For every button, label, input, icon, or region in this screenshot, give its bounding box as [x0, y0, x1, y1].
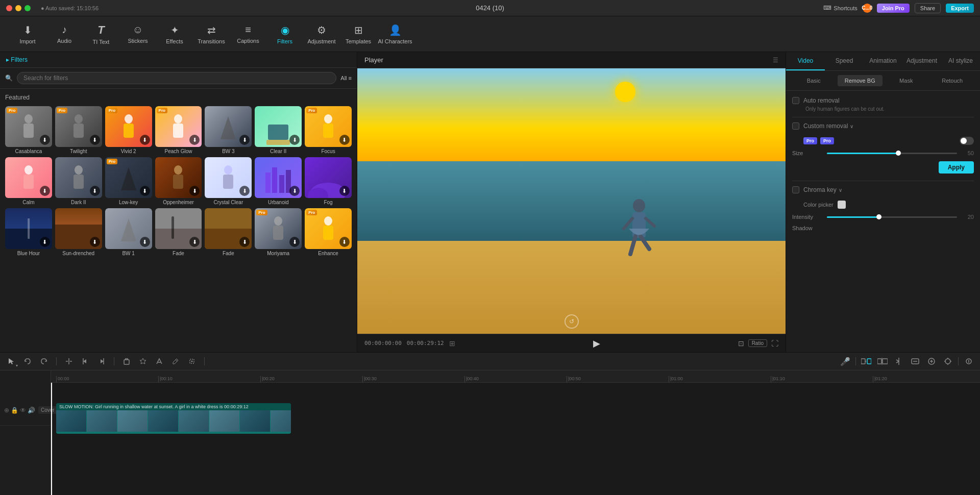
download-icon[interactable]: ⬇ — [90, 186, 100, 196]
subtab-mask[interactable]: Mask — [884, 75, 929, 86]
download-icon[interactable]: ⬇ — [90, 237, 100, 247]
apply-button[interactable]: Apply — [939, 161, 974, 174]
track-audio-icon[interactable]: 🔊 — [28, 407, 35, 414]
tl-split-tool[interactable] — [63, 355, 75, 367]
minimize-button[interactable] — [15, 5, 21, 11]
tool-stickers[interactable]: ☺ Stickers — [120, 19, 155, 50]
tl-trim-right-tool[interactable] — [95, 355, 108, 367]
player-menu-icon[interactable]: ☰ — [773, 57, 778, 64]
tl-crop-tool[interactable] — [186, 355, 198, 367]
subtab-remove-bg[interactable]: Remove BG — [838, 75, 883, 86]
tl-detach-audio-tool[interactable] — [860, 355, 872, 367]
size-slider[interactable] — [827, 153, 957, 154]
play-button[interactable]: ▶ — [593, 338, 600, 349]
shortcuts-button[interactable]: ⌨ Shortcuts — [823, 5, 857, 11]
download-icon[interactable]: ⬇ — [339, 135, 350, 145]
tool-effects[interactable]: ✦ Effects — [157, 19, 192, 50]
chroma-key-checkbox[interactable] — [792, 186, 799, 193]
tl-add-tool[interactable] — [925, 355, 938, 367]
filter-card-casablanca[interactable]: Pro ⬇ Casablanca — [5, 106, 52, 154]
tool-filters[interactable]: ◉ Filters — [267, 19, 302, 50]
filter-card-bw1[interactable]: ⬇ BW 1 — [105, 208, 152, 256]
filter-card-focus[interactable]: Pro ⬇ Focus — [305, 106, 352, 154]
tl-fit-tool[interactable] — [963, 355, 975, 367]
custom-removal-toggle[interactable] — [960, 137, 974, 145]
export-button[interactable]: Export — [946, 4, 974, 13]
tl-speed-tool[interactable] — [153, 355, 165, 367]
replay-icon[interactable]: ↺ — [565, 314, 579, 329]
custom-removal-checkbox[interactable] — [792, 122, 799, 130]
filter-card-moriyama[interactable]: Pro ⬇ Moriyama — [255, 208, 302, 256]
close-button[interactable] — [6, 5, 12, 11]
filter-card-peach-glow[interactable]: Pro ⬇ Peach Glow — [155, 106, 202, 154]
filter-card-fade1[interactable]: ⬇ Fade — [155, 208, 202, 256]
track-add-icon[interactable]: ⊕ — [4, 407, 9, 414]
filter-card-vivid2[interactable]: Pro ⬇ Vivid 2 — [105, 106, 152, 154]
download-icon[interactable]: ⬇ — [40, 135, 50, 145]
filter-card-dark2[interactable]: ⬇ Dark II — [55, 157, 102, 205]
filter-card-clear2[interactable]: ⬇ Clear II — [255, 106, 302, 154]
tl-undo-tool[interactable] — [21, 355, 34, 367]
tl-trim-left-tool[interactable] — [79, 355, 91, 367]
filter-card-calm[interactable]: ⬇ Calm — [5, 157, 52, 205]
track-eye-icon[interactable]: 👁 — [20, 407, 26, 414]
tab-animation[interactable]: Animation — [864, 52, 902, 70]
fit-screen-icon[interactable]: ⊡ — [738, 339, 744, 348]
subtab-retouch[interactable]: Retouch — [930, 75, 975, 86]
download-icon[interactable]: ⬇ — [289, 186, 300, 196]
download-icon[interactable]: ⬇ — [40, 186, 50, 196]
tool-transitions[interactable]: ⇄ Transitions — [194, 19, 229, 50]
auto-removal-checkbox[interactable] — [792, 97, 799, 104]
download-icon[interactable]: ⬇ — [339, 186, 350, 196]
filter-card-fade2[interactable]: ⬇ Fade — [205, 208, 252, 256]
tool-ai-characters[interactable]: 👤 AI Characters — [378, 19, 412, 50]
tab-ai-stylize[interactable]: AI stylize — [941, 52, 980, 70]
filter-all-label[interactable]: All ≡ — [340, 75, 352, 81]
layout-icon[interactable]: ⊞ — [449, 339, 455, 348]
filter-card-twilight[interactable]: Pro ⬇ Twilight — [55, 106, 102, 154]
ratio-button[interactable]: Ratio — [748, 339, 767, 347]
color-picker-swatch[interactable] — [838, 201, 846, 209]
fullscreen-icon[interactable]: ⛶ — [771, 339, 778, 348]
download-icon[interactable]: ⬇ — [90, 135, 100, 145]
join-pro-button[interactable]: Join Pro — [877, 4, 910, 13]
tl-split-audio-tool[interactable] — [876, 355, 889, 367]
filter-card-urbanoid[interactable]: ⬇ Urbanoid — [255, 157, 302, 205]
download-icon[interactable]: ⬇ — [140, 135, 150, 145]
tl-snap-tool[interactable] — [893, 355, 905, 367]
tl-delete-tool[interactable] — [120, 355, 133, 367]
intensity-slider[interactable] — [827, 216, 957, 218]
video-clip[interactable]: SLOW MOTION: Girl running in shallow wat… — [56, 403, 291, 434]
tab-video[interactable]: Video — [786, 52, 825, 70]
download-icon[interactable]: ⬇ — [40, 237, 50, 247]
download-icon[interactable]: ⬇ — [289, 135, 300, 145]
filter-card-sun-drenched[interactable]: Pro ⬇ Sun-drenched — [55, 208, 102, 256]
download-icon[interactable]: ⬇ — [339, 237, 350, 247]
filter-breadcrumb[interactable]: ▸ Filters — [0, 52, 357, 68]
filter-card-bw3[interactable]: ⬇ BW 3 — [205, 106, 252, 154]
tool-text[interactable]: T TI Text — [84, 19, 118, 50]
track-lock-icon[interactable]: 🔒 — [11, 407, 18, 414]
download-icon[interactable]: ⬇ — [140, 186, 150, 196]
tl-freeze-tool[interactable] — [137, 355, 149, 367]
tool-adjustment[interactable]: ⚙ Adjustment — [304, 19, 339, 50]
filter-card-crystal-clear[interactable]: ⬇ Crystal Clear — [205, 157, 252, 205]
tl-edit-tool[interactable] — [169, 355, 182, 367]
tl-mic-tool[interactable]: 🎤 — [839, 355, 851, 367]
download-icon[interactable]: ⬇ — [140, 237, 150, 247]
tab-adjustment[interactable]: Adjustment — [902, 52, 941, 70]
tool-audio[interactable]: ♪ Audio — [47, 19, 82, 50]
tab-speed[interactable]: Speed — [825, 52, 864, 70]
filter-card-enhance[interactable]: Pro ⬇ Enhance — [305, 208, 352, 256]
filter-card-fog[interactable]: ⬇ Fog — [305, 157, 352, 205]
tl-subtitle-tool[interactable] — [909, 355, 921, 367]
subtab-basic[interactable]: Basic — [791, 75, 837, 86]
download-icon[interactable]: ⬇ — [289, 237, 300, 247]
tool-captions[interactable]: ≡ Captions — [231, 19, 265, 50]
tl-settings-tool[interactable] — [942, 355, 954, 367]
filter-card-oppenheimer[interactable]: ⬇ Oppenheimer — [155, 157, 202, 205]
maximize-button[interactable] — [24, 5, 31, 11]
filter-search-input[interactable] — [17, 72, 336, 84]
tool-import[interactable]: ⬇ Import — [10, 19, 45, 50]
filter-card-blue-hour[interactable]: ⬇ Blue Hour — [5, 208, 52, 256]
